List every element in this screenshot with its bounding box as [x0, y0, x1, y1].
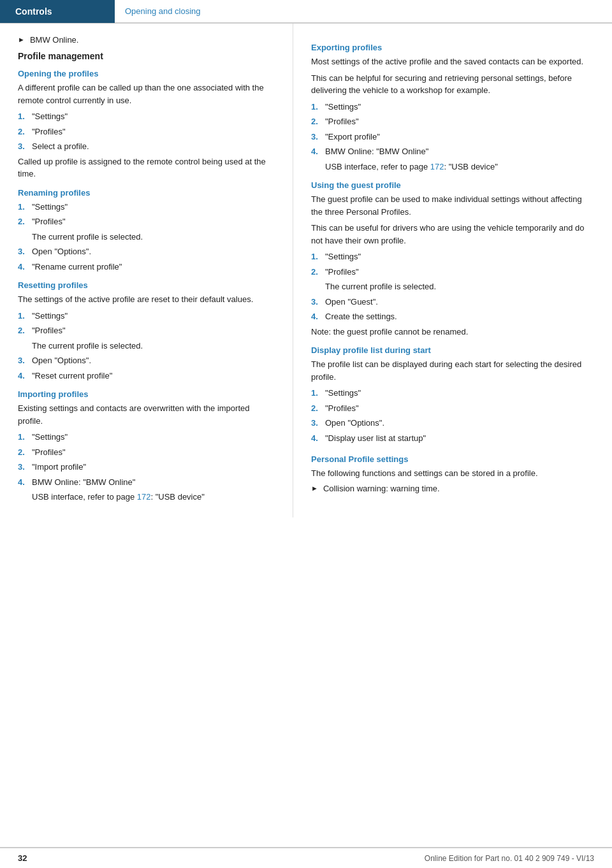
resetting-text: The settings of the active profile are r… — [18, 293, 275, 306]
main-content: ► BMW Online. Profile management Opening… — [0, 23, 612, 517]
guest-note: Note: the guest profile cannot be rename… — [311, 326, 594, 338]
list-item: 3. Select a profile. — [18, 140, 275, 153]
importing-profiles-heading: Importing profiles — [18, 389, 275, 399]
right-column: Exporting profiles Most settings of the … — [293, 24, 612, 517]
arrow-icon: ► — [18, 36, 25, 43]
collision-text: Collision warning: warning time. — [323, 484, 440, 493]
list-item: 2. "Profiles" — [311, 115, 594, 128]
page-number: 32 — [18, 853, 27, 863]
list-item: 4. Create the settings. — [311, 310, 594, 323]
list-item: 2. "Profiles" — [311, 266, 594, 278]
renaming-steps-list-2: 3. Open "Options". 4. "Rename current pr… — [18, 245, 275, 273]
guest-profile-heading: Using the guest profile — [311, 180, 594, 190]
resetting-steps-list-2: 3. Open "Options". 4. "Reset current pro… — [18, 354, 275, 382]
list-item: 4. "Rename current profile" — [18, 261, 275, 273]
importing-text: Existing settings and contacts are overw… — [18, 402, 275, 427]
header-section-label: Opening and closing — [115, 0, 612, 23]
bmw-online-text: BMW Online. — [30, 35, 79, 45]
guest-text2: This can be useful for drivers who are u… — [311, 222, 594, 247]
list-item: 4. BMW Online: "BMW Online" — [18, 476, 275, 489]
collision-bullet: ► Collision warning: warning time. — [311, 484, 594, 493]
renaming-steps-list: 1. "Settings" 2. "Profiles" — [18, 201, 275, 228]
section-label: Opening and closing — [125, 6, 201, 16]
personal-text: The following functions and settings can… — [311, 467, 594, 480]
importing-steps-list: 1. "Settings" 2. "Profiles" 3. "Import p… — [18, 431, 275, 488]
list-item: 1. "Settings" — [18, 310, 275, 322]
resetting-sub-note: The current profile is selected. — [32, 340, 275, 352]
list-item: 2. "Profiles" — [18, 324, 275, 337]
list-item: 2. "Profiles" — [18, 215, 275, 228]
renaming-sub-note: The current profile is selected. — [32, 231, 275, 243]
guest-text1: The guest profile can be used to make in… — [311, 193, 594, 218]
guest-steps-list-2: 3. Open "Guest". 4. Create the settings. — [311, 296, 594, 323]
opening-steps-list: 1. "Settings" 2. "Profiles" 3. Select a … — [18, 110, 275, 153]
list-item: 3. "Import profile" — [18, 461, 275, 474]
guest-steps-list: 1. "Settings" 2. "Profiles" — [311, 250, 594, 278]
display-text: The profile list can be displayed during… — [311, 358, 594, 383]
list-item: 3. "Export profile" — [311, 131, 594, 143]
exporting-usb-link[interactable]: 172 — [430, 162, 444, 171]
profile-management-heading: Profile management — [18, 51, 275, 61]
display-heading: Display profile list during start — [311, 345, 594, 355]
opening-profiles-text: A different profile can be called up tha… — [18, 82, 275, 106]
list-item: 3. Open "Guest". — [311, 296, 594, 308]
controls-label: Controls — [15, 6, 52, 17]
list-item: 1. "Settings" — [311, 387, 594, 400]
list-item: 1. "Settings" — [311, 101, 594, 113]
bmw-online-bullet: ► BMW Online. — [18, 35, 275, 45]
arrow-icon: ► — [311, 484, 318, 492]
importing-usb-link[interactable]: 172 — [137, 492, 151, 502]
opening-note: Called up profile is assigned to the rem… — [18, 156, 275, 180]
personal-profile-heading: Personal Profile settings — [311, 454, 594, 464]
list-item: 2. "Profiles" — [18, 446, 275, 459]
guest-sub-note: The current profile is selected. — [325, 280, 594, 293]
exporting-usb: USB interface, refer to page 172: "USB d… — [325, 161, 594, 173]
page-header: Controls Opening and closing — [0, 0, 612, 23]
list-item: 1. "Settings" — [311, 250, 594, 263]
list-item: 2. "Profiles" — [311, 402, 594, 415]
list-item: 1. "Settings" — [18, 201, 275, 213]
header-controls-tab: Controls — [0, 0, 115, 23]
left-column: ► BMW Online. Profile management Opening… — [0, 24, 293, 517]
list-item: 3. Open "Options". — [311, 417, 594, 430]
display-steps-list: 1. "Settings" 2. "Profiles" 3. Open "Opt… — [311, 387, 594, 444]
importing-usb: USB interface, refer to page 172: "USB d… — [32, 491, 275, 503]
list-item: 3. Open "Options". — [18, 354, 275, 367]
list-item: 4. "Reset current profile" — [18, 370, 275, 382]
resetting-steps-list: 1. "Settings" 2. "Profiles" — [18, 310, 275, 337]
list-item: 4. BMW Online: "BMW Online" — [311, 145, 594, 158]
exporting-steps-list: 1. "Settings" 2. "Profiles" 3. "Export p… — [311, 101, 594, 158]
list-item: 4. "Display user list at startup" — [311, 432, 594, 445]
list-item: 1. "Settings" — [18, 431, 275, 444]
list-item: 3. Open "Options". — [18, 245, 275, 258]
list-item: 1. "Settings" — [18, 110, 275, 123]
renaming-profiles-heading: Renaming profiles — [18, 188, 275, 198]
footer-text: Online Edition for Part no. 01 40 2 909 … — [425, 854, 594, 863]
exporting-text1: Most settings of the active profile and … — [311, 55, 594, 68]
exporting-text2: This can be helpful for securing and ret… — [311, 72, 594, 97]
page-footer: 32 Online Edition for Part no. 01 40 2 9… — [0, 848, 612, 868]
list-item: 2. "Profiles" — [18, 126, 275, 138]
resetting-profiles-heading: Resetting profiles — [18, 280, 275, 290]
opening-profiles-heading: Opening the profiles — [18, 69, 275, 78]
exporting-profiles-heading: Exporting profiles — [311, 43, 594, 52]
